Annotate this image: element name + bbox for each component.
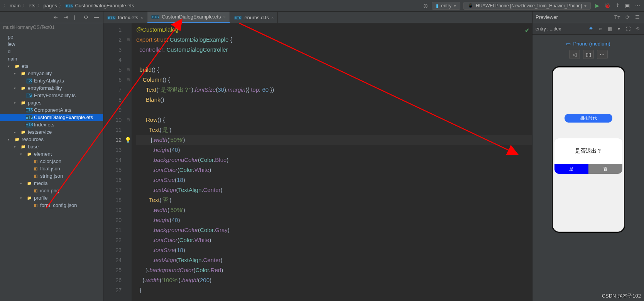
module-selector[interactable]: ▮entry ▾ (432, 2, 460, 10)
device-controls: ◁ ▯▯ ⋯ (532, 50, 644, 59)
tree-item[interactable]: ETSIndex.ets (0, 121, 103, 128)
device-selector[interactable]: 📱HUAWEI Phone [NewDevice_from_Huawei_Pho… (463, 2, 591, 10)
previewer-subheader: entry : ...dex 👁 ≋ ▦ ▾ ⛶ ⟲ (532, 23, 644, 35)
editor-tab[interactable]: ETSCustomDialogExample.ets× (147, 12, 230, 23)
tree-item[interactable]: ▸📁testservice (0, 128, 103, 136)
tree-item[interactable]: iew (0, 40, 103, 48)
target-icon[interactable]: ◎ (422, 2, 429, 9)
app-main-button[interactable]: 拥抱时代 (565, 114, 612, 123)
dialog-text: 是否退出？ (554, 138, 622, 164)
tree-item[interactable]: ◧icon.png (0, 187, 103, 194)
device-screen[interactable]: 拥抱时代 是否退出？ 是 否 (553, 67, 624, 232)
ets-icon: ETS (151, 15, 160, 19)
tree-item[interactable]: ◧form_config.json (0, 202, 103, 209)
preview-entry[interactable]: entry : ...dex (536, 26, 561, 32)
tree-item[interactable]: TSEntryAbility.ts (0, 77, 103, 84)
eye-icon[interactable]: 👁 (588, 25, 595, 32)
editor-tabs: ETSIndex.ets×ETSCustomDialogExample.ets×… (103, 12, 532, 23)
project-path: muzi\HormanyOS\Text01 (0, 23, 103, 32)
tree-item[interactable]: ◧color.json (0, 158, 103, 165)
tree-item[interactable]: ▾📁element (0, 150, 103, 158)
tree-item[interactable]: ◧string.json (0, 172, 103, 180)
ets-icon: ETS (234, 16, 242, 20)
chevron-down-icon[interactable]: ▾ (615, 25, 622, 32)
gear-icon[interactable]: ⚙ (84, 14, 90, 20)
sidebar-toolbar: ⇤ ⇥ | ⚙ — (0, 12, 103, 23)
tree-item[interactable]: ▾📁profile (0, 194, 103, 202)
editor-panel: ETSIndex.ets×ETSCustomDialogExample.ets×… (103, 12, 532, 301)
profiler-icon[interactable]: ⤴ (614, 2, 621, 9)
layers-icon[interactable]: ≋ (597, 25, 604, 32)
settings-icon[interactable]: ☰ (634, 14, 641, 21)
editor-tab[interactable]: ETSIndex.ets× (103, 12, 147, 23)
rotate-button[interactable]: ▯▯ (583, 50, 594, 59)
tree-item[interactable]: ◧float.json (0, 165, 103, 172)
dialog-no-button[interactable]: 否 (588, 164, 622, 174)
attach-icon[interactable]: ▣ (624, 2, 631, 9)
toolbar-right: ◎ ▮entry ▾ 📱HUAWEI Phone [NewDevice_from… (422, 2, 641, 10)
preview-dialog: 是否退出？ 是 否 (554, 138, 622, 174)
back-button[interactable]: ◁ (569, 50, 580, 59)
close-icon[interactable]: × (271, 15, 274, 20)
crumb-file[interactable]: CustomDialogExample.ets (75, 3, 134, 8)
outdent-icon[interactable]: ⇤ (54, 14, 60, 20)
ets-icon: ETS (65, 4, 74, 8)
breadcrumbs: 〉main 〉ets 〉pages 〉ETS CustomDialogExamp… (3, 2, 134, 9)
tree-item[interactable]: ▾📁ets (0, 62, 103, 70)
tree-item[interactable]: ▾📁base (0, 143, 103, 150)
device-frame: 拥抱时代 是否退出？ 是 否 (552, 67, 625, 232)
grid-icon[interactable]: ▦ (606, 25, 613, 32)
device-label: ▭ Phone (medium) (532, 35, 644, 50)
crumb-pages[interactable]: pages (44, 3, 57, 8)
analysis-ok-icon[interactable]: ✔ (525, 25, 530, 35)
dialog-yes-button[interactable]: 是 (554, 164, 588, 174)
previewer-panel: Previewer Tᴛ ⟳ ☰ entry : ...dex 👁 ≋ ▦ ▾ … (532, 12, 644, 301)
close-icon[interactable]: × (223, 15, 225, 19)
font-size-icon[interactable]: Tᴛ (614, 14, 621, 21)
tree-item[interactable]: ETSCustomDialogExample.ets (0, 114, 103, 121)
project-tree[interactable]: peiewdnain▾📁ets▾📁entryabilityTSEntryAbil… (0, 32, 103, 209)
top-bar: 〉main 〉ets 〉pages 〉ETS CustomDialogExamp… (0, 0, 644, 12)
tree-item[interactable]: ETSComponentA.ets (0, 106, 103, 114)
tree-item[interactable]: d (0, 48, 103, 55)
code-view[interactable]: ✔ @CustomDialogexport struct CustomDialo… (132, 23, 532, 301)
rotate-icon[interactable]: ⟲ (634, 25, 641, 32)
fit-icon[interactable]: ⛶ (625, 25, 632, 32)
gutter: 1234567891011121314151617181920212223242… (103, 23, 125, 301)
tree-item[interactable]: ▾📁resources (0, 136, 103, 143)
more-icon[interactable]: ⋯ (634, 2, 641, 9)
previewer-header: Previewer Tᴛ ⟳ ☰ (532, 12, 644, 23)
tree-item[interactable]: ▾📁pages (0, 99, 103, 106)
close-icon[interactable]: × (140, 15, 143, 20)
indent-icon[interactable]: ⇥ (64, 14, 70, 20)
tree-item[interactable]: ▾📁entryformability (0, 84, 103, 92)
tree-item[interactable]: TSEntryFormAbility.ts (0, 92, 103, 99)
tree-item[interactable]: pe (0, 33, 103, 40)
crumb-ets[interactable]: ets (29, 3, 35, 8)
refresh-icon[interactable]: ⟳ (624, 14, 631, 21)
divider-icon: | (74, 14, 80, 20)
ets-icon: ETS (107, 16, 116, 20)
project-sidebar: ⇤ ⇥ | ⚙ — muzi\HormanyOS\Text01 peiewdna… (0, 12, 103, 301)
tree-item[interactable]: ▾📁media (0, 180, 103, 187)
tree-item[interactable]: ▾📁entryability (0, 70, 103, 77)
minimize-icon[interactable]: — (94, 14, 100, 20)
phone-icon: ▭ (566, 41, 571, 47)
run-icon[interactable]: ▶ (594, 2, 601, 9)
watermark: CSDN @木子102 (602, 293, 641, 299)
more-button[interactable]: ⋯ (597, 50, 608, 59)
previewer-title: Previewer (536, 14, 558, 20)
editor-tab[interactable]: ETSenums.d.ts× (230, 12, 278, 23)
crumb-main[interactable]: main (10, 3, 20, 8)
debug-icon[interactable]: 🐞 (604, 2, 611, 9)
fold-column[interactable]: ⊟ ⊟⊟ ⊟ (125, 23, 132, 301)
lightbulb-icon[interactable]: 💡 (125, 135, 131, 145)
tree-item[interactable]: nain (0, 55, 103, 62)
